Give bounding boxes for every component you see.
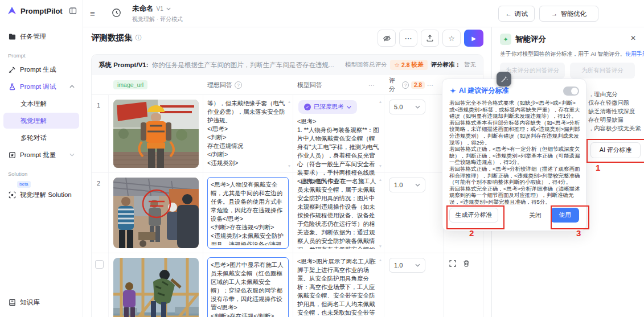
construction-site-photo[interactable] [113,178,199,248]
criteria-paragraph: 若回答格式正确，<思考>分析较详细（描述了观察画面和合理推理），判断正确，<违规… [449,166,580,186]
beta-badge: beta [17,181,31,188]
more-actions-button[interactable]: ⋯ [399,30,417,47]
criteria-toggle[interactable] [563,87,579,96]
score-badge: 2.8 [411,81,425,89]
ai-criteria-button[interactable]: AI 评分标准 [590,142,641,158]
criteria-paragraph: 若回答格式完全正确，<思考>分析详细准确（清晰描述观察到的每一个细节画面及对应推… [449,186,580,204]
delete-icon[interactable] [463,260,470,267]
model-answer-cell: <思考>图片中存在一名施工人员未佩戴安全帽，属于未佩戴安全防护用具的情况；图片中… [293,173,384,253]
more-icon[interactable]: ⋯ [427,81,433,89]
generate-criteria-button[interactable]: 生成评分标准 [449,208,498,223]
annotation-number-3: 3 [576,228,581,238]
criteria-fragment: ，内容极少或无关紧 [588,124,641,133]
use-criteria-button[interactable]: 使用 [551,208,579,223]
doc-subtitle: 视觉理解 · 评分模式 [132,15,183,23]
sidebar-item-label: 视觉理解 Solution [20,191,72,199]
header-image-url: image_url [109,80,203,89]
score-select[interactable]: 1.0 [389,258,425,273]
manual-link[interactable]: 使用手册 [625,51,644,57]
deep-think-toggle[interactable]: ✓ 已深度思考 [298,100,357,114]
table-row: 2 [92,173,483,253]
sidebar-item-label: 任务管理 [20,32,46,41]
upload-button[interactable] [421,30,439,47]
more-icon[interactable]: ⋯ [368,81,375,89]
sidebar-item-prompt-generate[interactable]: Prompt 生成 [3,61,79,77]
row-image-cell [109,253,203,317]
sidebar-collapse-icon[interactable] [69,7,77,15]
close-icon[interactable]: ✕ [630,34,636,42]
criteria-paragraph: 若回答格式正确，<思考>有一定分析（但细节或深度欠缺），判断正确，<违规类别>列… [449,146,580,166]
help-icon: ? [402,81,409,89]
header-ideal-answer: 理想回答 ? [203,81,293,89]
panel-title: ✦ 智能评分 [500,34,546,45]
scaffolding-photo[interactable] [113,258,199,317]
model-answer-cell: ✓ 已深度思考 <思考> 1. **人物身份与装备观察**：图片中人物佩戴黄色安… [293,95,384,172]
total-score-badge: ☆ 2.8 较差 [390,60,427,70]
hide-columns-button[interactable] [378,30,396,47]
annotation-number-2: 2 [469,228,474,238]
folder-icon [8,32,16,40]
dataset-card: 系统 Prompt/V1: 你的任务是根据生产车间的图片，判断生产车间是否存在违… [91,54,483,317]
ideal-answer-text: 等），但未戴绝缘手套（电气作业必需），属未落实安全防护违规。 </思考> <判断… [207,99,289,168]
sidebar-section-solution: Solution [0,164,83,179]
popup-title: AI 建议评分标准 [450,86,508,96]
doc-version[interactable]: V1 [157,6,163,12]
chevron-down-icon [347,106,351,109]
sparkle-icon [450,88,456,94]
criteria-label: 评分标准： [431,61,461,69]
dataset-toolbar: ⋯ ☆ ▶ [378,30,483,47]
popup-close-button[interactable]: 关闭 [529,212,542,220]
sidebar-item-task-management[interactable]: 任务管理 [3,28,79,44]
menu-icon[interactable]: ≡ [90,9,95,18]
sidebar-item-vision-understanding[interactable]: 视觉理解 [3,113,79,129]
eye-off-icon [383,34,391,43]
optimize-nav-button[interactable]: → 智能优化 [539,6,598,22]
score-cell: 5.0 [384,95,444,172]
score-all-button[interactable]: 为所有回答评分 [570,63,635,79]
run-button[interactable]: ▶ [464,30,483,47]
star-icon: ☆ [448,34,455,43]
ideal-answer-cell[interactable]: 等），但未戴绝缘手套（电气作业必需），属未落实安全防护违规。 </思考> <判断… [203,95,293,172]
header-score: 评分 ? 2.8 ⋯ [384,76,444,93]
forward-arrow-icon: → [551,10,558,17]
sidebar-item-label: Prompt 调试 [20,83,56,91]
sidebar-item-knowledge-base[interactable]: 知识库 [3,294,79,310]
worker-photo[interactable] [113,100,199,168]
ideal-answer-cell[interactable]: <思考>图片中显示有施工人员未佩戴安全帽（红色圈框区域的工人未佩戴安全帽）；穿绿… [203,253,293,317]
toggle-knob [571,88,578,94]
back-arrow-icon: ← [505,10,512,17]
scan-frame-icon [8,191,16,199]
system-prompt-text: 你的任务是根据生产车间的图片，判断生产车间是否存在违规... [152,61,342,69]
ideal-answer-text: <思考>图片中显示有施工人员未佩戴安全帽（红色圈框区域的工人未佩戴安全帽）；穿绿… [211,261,285,317]
copy-icon[interactable] [368,258,375,265]
row-checkbox[interactable] [95,260,104,269]
sidebar: PromptPilot 任务管理 Prompt Prompt 生成 Prompt… [0,0,83,317]
favorite-button[interactable]: ☆ [442,30,461,47]
prompt-generate-icon [8,65,16,73]
sidebar-item-vision-solution[interactable]: 视觉理解 Solution [3,187,79,203]
book-icon [8,298,16,306]
score-cell: 1.0 [384,253,444,317]
criteria-text-fragments: ，理由充分 仅存在轻微问题 缺乏清晰性或深度 存在明显缺漏 ，内容极少或无关紧 [588,90,641,133]
total-score-label: 模型回答总评分 [345,61,387,69]
system-prompt-bar[interactable]: 系统 Prompt/V1: 你的任务是根据生产车间的图片，判断生产车间是否存在违… [92,55,483,75]
doc-title[interactable]: 未命名 [132,4,154,14]
check-circle-icon: ✓ [304,104,311,110]
criteria-fragment: 存在明显缺漏 [588,116,641,124]
row-index: 1 [92,95,109,172]
ideal-answer-cell[interactable]: <思考>人物没有佩戴安全帽，尤其是中间的和左边的任务。且设备的使用方式非常危险，… [203,173,293,253]
sidebar-item-multi-turn[interactable]: 多轮对话 [3,130,79,146]
score-select[interactable]: 5.0 [389,100,425,114]
criteria-paragraph: 若回答完全不符合格式要求（如缺少<思考>或<判断>或<违规类别>标签，或标签内容… [449,100,580,120]
debug-nav-button[interactable]: ← 调试 [498,6,535,22]
chevron-down-icon [166,7,171,10]
history-icon[interactable] [112,8,121,18]
sidebar-item-label: Prompt 生成 [20,65,56,74]
sidebar-item-prompt-batch[interactable]: Prompt 批量 [3,147,79,163]
expand-icon[interactable] [449,260,456,267]
sidebar-item-prompt-debug[interactable]: Prompt 调试 [3,79,79,94]
score-select[interactable]: 1.0 [389,178,425,192]
sidebar-item-text-understanding[interactable]: 文本理解 [3,96,79,112]
chevron-down-icon [415,264,420,267]
box-star-icon [8,151,16,159]
